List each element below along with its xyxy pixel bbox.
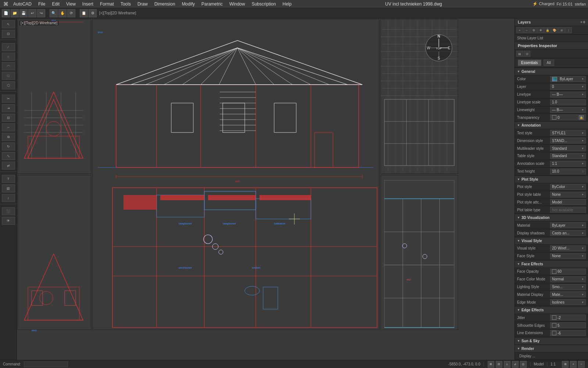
layer-lock-btn[interactable]: 🔒 [544,27,551,33]
linetype-dropdown[interactable]: — B— [550,92,586,98]
status-ortho-btn[interactable]: ⊥ [504,361,510,368]
face-opacity-value[interactable]: 60 [550,269,586,275]
status-osnap-btn[interactable]: ◎ [520,361,527,368]
menu-modify[interactable]: Modify [179,1,198,7]
face-opacity-checkbox[interactable] [552,269,556,274]
tool-trim[interactable]: ✂ [2,95,15,103]
lighting-style-dropdown[interactable]: Smo... [550,284,586,290]
status-snap-btn[interactable]: ⊟ [496,361,502,368]
open-btn[interactable]: 📁 [11,9,19,17]
props-tool2[interactable]: ⊡ [524,51,530,57]
tool-arc[interactable]: ◠ [2,62,15,70]
tool-text[interactable]: T [2,175,15,183]
silhouette-checkbox[interactable] [552,323,556,328]
color-dropdown[interactable]: ByLayer [550,76,586,82]
dimension-style-dropdown[interactable]: STAND... [550,138,586,144]
new-btn[interactable]: 📄 [2,9,10,17]
menu-format[interactable]: Format [97,1,117,7]
lineweight-dropdown[interactable]: — B— [550,107,586,113]
view-mode-btn[interactable]: ⊞ [562,361,569,368]
text-style-dropdown[interactable]: STYLE1 [550,130,586,136]
layer-dropdown[interactable]: 0 [550,84,586,90]
line-extensions-value[interactable]: -6 [550,330,586,336]
visual-style-dropdown[interactable]: 2D Wiref... [550,245,586,251]
menu-subscription[interactable]: Subscription [249,1,279,7]
layer-settings-btn[interactable]: ⋮ [565,27,572,33]
tool-poly[interactable]: ⬡ [2,81,15,89]
undo-btn[interactable]: ↩ [28,9,36,17]
transparency-checkbox[interactable] [552,115,556,120]
edge-mode-dropdown[interactable]: Isolines [550,299,586,305]
tool-circle[interactable]: ○ [2,53,15,61]
redo-btn[interactable]: ↪ [37,9,45,17]
jitter-checkbox[interactable] [552,315,556,320]
section-visual-style[interactable]: Visual Style [515,237,588,245]
layer-filter-btn[interactable]: ⊘ [558,27,565,33]
status-polar-btn[interactable]: ⊿ [512,361,519,368]
layer-btn[interactable]: 📋 [80,9,88,17]
tool-view[interactable]: 👁 [2,217,15,225]
table-style-dropdown[interactable]: Standard [550,153,586,159]
tool-extend[interactable]: ⇥ [2,104,15,112]
material-dropdown[interactable]: ByLayer [550,222,586,228]
status-grid-btn[interactable]: ⊞ [488,361,494,368]
tab-essentials[interactable]: Essentials [518,60,541,66]
menu-view[interactable]: View [63,1,79,7]
section-annotation[interactable]: Annotation [515,121,588,129]
pan-btn[interactable]: ✋ [58,9,67,17]
menu-dimension[interactable]: Dimension [151,1,178,7]
section-sun-sky[interactable]: Sun & Sky [515,337,588,345]
text-height-value[interactable]: 10.0 □ [550,169,586,174]
render-display-label[interactable]: Display ... [519,354,535,358]
tool-move[interactable]: ↔ [2,123,15,131]
section-render[interactable]: Render [515,345,588,353]
zoom-in-btn[interactable]: + [570,361,577,368]
section-plot-style[interactable]: Plot Style [515,176,588,183]
section-general[interactable]: General [515,68,588,75]
face-color-mode-dropdown[interactable]: Normal [550,276,586,282]
tool-scale[interactable]: ⤡ [2,152,15,160]
section-3d-visualization[interactable]: 3D Visualization [515,214,588,222]
tool-3d[interactable]: ⬛ [2,207,15,215]
layer-delete-btn[interactable]: − [523,27,530,33]
properties-btn[interactable]: ⚙ [89,9,97,17]
tool-hatch[interactable]: ▤ [2,184,15,192]
tool-line[interactable]: ⁄ [2,43,15,51]
props-tool1[interactable]: ▤ [516,51,523,57]
layer-color-btn[interactable]: 🎨 [551,27,558,33]
menu-draw[interactable]: Draw [135,1,151,7]
plot-style-dropdown[interactable]: ByColor [550,184,586,190]
silhouette-edges-value[interactable]: 5 [550,322,586,328]
jitter-value[interactable]: -2 [550,315,586,321]
menu-autocad[interactable]: AutoCAD [10,1,35,7]
tool-rect[interactable]: □ [2,72,15,80]
tool-copy[interactable]: ⧉ [2,133,15,141]
layer-freeze-btn[interactable]: ❄ [537,27,544,33]
menu-window[interactable]: Window [226,1,248,7]
show-layer-list-row[interactable]: Show Layer List [515,35,588,42]
save-btn[interactable]: 💾 [19,9,28,17]
section-edge-effects[interactable]: Edge Effects [515,306,588,314]
tab-all[interactable]: All [544,60,554,66]
plot-style-table-dropdown[interactable]: None [550,192,586,198]
tool-select2[interactable]: ⊡ [2,30,15,38]
menu-parametric[interactable]: Parametric [198,1,226,7]
display-shadows-dropdown[interactable]: Casts an... [550,230,586,236]
layer-props-btn[interactable]: ⚙ [530,27,537,33]
command-input[interactable] [24,361,68,367]
menu-insert[interactable]: Insert [79,1,96,7]
tool-mirror[interactable]: ⇌ [2,162,15,170]
tool-dim[interactable]: ↕ [2,194,15,202]
zoom-out-btn[interactable]: − [578,361,585,368]
orbit-btn[interactable]: ⟳ [67,9,75,17]
transparency-value[interactable]: 0 🔒 [550,114,586,120]
line-ext-checkbox[interactable] [552,331,556,335]
zoom-btn[interactable]: 🔍 [50,9,58,17]
menu-tools[interactable]: Tools [118,1,134,7]
tool-select[interactable]: ↖ [2,20,15,28]
canvas-area[interactable]: wvz wvz [17,18,514,360]
multileader-style-dropdown[interactable]: Standard [550,145,586,151]
menu-file[interactable]: File [35,1,48,7]
model-label[interactable]: Model [534,362,544,366]
tool-rotate[interactable]: ↻ [2,142,15,151]
